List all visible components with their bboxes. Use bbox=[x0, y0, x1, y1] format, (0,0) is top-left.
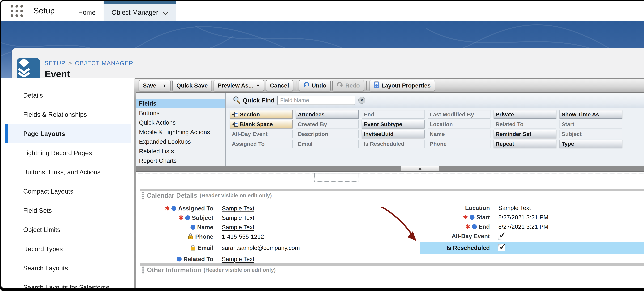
layout-field-row[interactable]: ✱ Subject bbox=[143, 213, 414, 222]
palette-field-item[interactable]: Attendees bbox=[296, 110, 358, 119]
palette-category-label: Report Charts bbox=[139, 157, 177, 164]
section-divider-bar bbox=[140, 189, 644, 191]
palette-field-item[interactable]: Reminder Set bbox=[494, 130, 556, 138]
nav-tab[interactable]: Home bbox=[70, 1, 104, 21]
palette-field-item[interactable]: Description bbox=[296, 130, 358, 138]
clear-glyph: ✕ bbox=[360, 98, 364, 103]
splitter-collapse-handle[interactable] bbox=[401, 166, 439, 171]
palette-category[interactable]: Buttons bbox=[136, 108, 225, 118]
palette-category[interactable]: Related Lists bbox=[136, 146, 225, 156]
palette-field-item[interactable]: Phone bbox=[428, 140, 490, 148]
palette-field-item[interactable]: Last Modified By bbox=[428, 110, 490, 119]
layout-field-row[interactable]: ✱ Name bbox=[143, 222, 414, 232]
preview-as-dropdown-arrow-icon: ▼ bbox=[256, 83, 260, 88]
layout-properties-button[interactable]: Layout Properties bbox=[370, 80, 435, 91]
quick-find-label: Quick Find bbox=[243, 97, 274, 104]
sidebar-item[interactable]: Details bbox=[5, 86, 131, 105]
field-sample-value: Sample Text bbox=[222, 224, 254, 231]
palette-field-item[interactable]: Related To bbox=[494, 120, 556, 129]
palette-field-item[interactable]: Event Subtype bbox=[362, 120, 424, 129]
palette-field-item[interactable]: InviteeUuid bbox=[362, 130, 424, 138]
palette-category[interactable]: Mobile & Lightning Actions bbox=[136, 127, 225, 137]
app-launcher-waffle-icon[interactable] bbox=[10, 5, 24, 17]
redo-button[interactable]: Redo bbox=[332, 80, 364, 91]
sidebar-item[interactable]: Fields & Relationships bbox=[5, 105, 131, 124]
sidebar-item-label: Search Layouts for Salesforce bbox=[23, 284, 110, 288]
field-label: Location bbox=[465, 204, 490, 211]
breadcrumb-setup-link[interactable]: SETUP bbox=[44, 60, 66, 67]
palette-field-item[interactable]: Name bbox=[428, 130, 490, 138]
palette-field-item[interactable]: All-Day Event bbox=[230, 130, 293, 138]
sidebar-item[interactable]: Page Layouts bbox=[5, 124, 131, 143]
palette-field-item[interactable]: End bbox=[362, 110, 424, 119]
section-header-other-information[interactable]: Other Information (Header visible on edi… bbox=[142, 266, 276, 274]
palette-field-item[interactable]: Section bbox=[230, 110, 293, 119]
undo-button[interactable]: Undo bbox=[299, 80, 331, 91]
save-label: Save bbox=[143, 82, 156, 89]
layout-properties-label: Layout Properties bbox=[382, 82, 431, 89]
palette-field-item[interactable]: Subject bbox=[560, 130, 622, 138]
quick-save-button[interactable]: Quick Save bbox=[172, 80, 212, 91]
sidebar-item[interactable]: Buttons, Links, and Actions bbox=[5, 162, 131, 182]
field-label: Is Rescheduled bbox=[446, 244, 490, 251]
drag-handle-icon[interactable] bbox=[142, 192, 144, 199]
sidebar-item[interactable]: Record Types bbox=[5, 239, 131, 258]
required-asterisk-icon: ✱ bbox=[165, 206, 170, 211]
sidebar-item[interactable]: Search Layouts for Salesforce bbox=[5, 278, 131, 288]
palette-field-label: Event Subtype bbox=[364, 121, 402, 127]
sidebar-item[interactable]: Object Limits bbox=[5, 220, 131, 239]
drag-handle-icon[interactable] bbox=[142, 266, 144, 274]
palette-canvas-splitter[interactable] bbox=[136, 166, 644, 171]
sidebar-item[interactable]: Lightning Record Pages bbox=[5, 143, 131, 162]
preview-as-button[interactable]: Preview As... ▼ bbox=[214, 80, 264, 91]
palette-field-item[interactable]: Created By bbox=[296, 120, 358, 129]
palette-field-item[interactable]: Location bbox=[428, 120, 490, 129]
layout-field-row[interactable]: ✱ Phone bbox=[143, 232, 414, 241]
layout-field-row[interactable]: ✱ Email bbox=[143, 243, 414, 252]
quick-find-input[interactable] bbox=[278, 96, 355, 105]
chevron-down-icon bbox=[163, 9, 168, 17]
sidebar-item[interactable]: Field Sets bbox=[5, 201, 131, 220]
palette-field-item[interactable]: Assigned To bbox=[230, 140, 293, 148]
palette-field-label: Reminder Set bbox=[496, 131, 531, 137]
section-header-calendar-details[interactable]: Calendar Details (Header visible on edit… bbox=[142, 192, 272, 199]
canvas-dashed-border-top bbox=[137, 173, 644, 173]
layout-field-row[interactable]: ✱ Is Rescheduled ✓ bbox=[420, 242, 644, 254]
palette-field-item[interactable]: Start bbox=[560, 120, 622, 129]
palette-field-label: Repeat bbox=[496, 141, 514, 147]
layout-field-row[interactable]: ✱ Location Sample Text ✓ bbox=[420, 203, 644, 212]
palette-field-item[interactable]: Private bbox=[494, 110, 556, 119]
palette-category[interactable]: Expanded Lookups bbox=[136, 137, 225, 146]
cancel-button[interactable]: Cancel bbox=[266, 80, 293, 91]
save-button[interactable]: Save ▼ bbox=[139, 80, 170, 91]
palette-field-item[interactable]: Blank Space bbox=[230, 120, 293, 129]
palette-field-label: Show Time As bbox=[562, 111, 599, 118]
sidebar-item[interactable]: Compact Layouts bbox=[5, 182, 131, 201]
editor-body: Fields Buttons Quick Actions bbox=[136, 92, 644, 288]
layout-field-row[interactable]: ✱ End 8/27/2021 3:21 PM ✓ bbox=[420, 222, 644, 231]
clear-search-icon[interactable]: ✕ bbox=[358, 97, 365, 104]
palette-field-item[interactable]: Repeat bbox=[494, 140, 556, 148]
field-label: Name bbox=[197, 224, 213, 231]
palette-field-item[interactable]: Email bbox=[296, 140, 358, 148]
breadcrumb-object-manager-link[interactable]: OBJECT MANAGER bbox=[75, 60, 133, 67]
sidebar-item[interactable]: Search Layouts bbox=[5, 258, 131, 278]
palette-field-label: Blank Space bbox=[240, 121, 273, 127]
palette-category[interactable]: Quick Actions bbox=[136, 118, 225, 127]
palette-field-item[interactable]: Type bbox=[560, 140, 622, 148]
palette-category[interactable]: Report Charts bbox=[136, 156, 225, 165]
layout-field-row[interactable]: ✱ Start 8/27/2021 3:21 PM ✓ bbox=[420, 212, 644, 222]
section-title-suffix: (Header visible on edit only) bbox=[200, 192, 272, 199]
layout-field-row[interactable]: ✱ Related To bbox=[143, 254, 414, 264]
palette-field-item[interactable]: Is Rescheduled bbox=[362, 140, 424, 148]
palette-field-item[interactable]: Show Time As bbox=[560, 110, 622, 119]
nav-tab[interactable]: Object Manager bbox=[104, 1, 176, 21]
save-dropdown-arrow-icon[interactable]: ▼ bbox=[162, 83, 166, 88]
palette-category-label: Expanded Lookups bbox=[139, 138, 191, 145]
preview-as-label: Preview As... bbox=[218, 82, 253, 89]
palette-category[interactable]: Fields bbox=[136, 99, 225, 108]
layout-field-row[interactable]: ✱ Assigned To bbox=[143, 204, 414, 213]
field-label: Subject bbox=[192, 214, 213, 221]
layout-field-row[interactable]: ✱ All-Day Event ✓ bbox=[420, 231, 644, 241]
empty-drop-placeholder bbox=[314, 173, 358, 182]
